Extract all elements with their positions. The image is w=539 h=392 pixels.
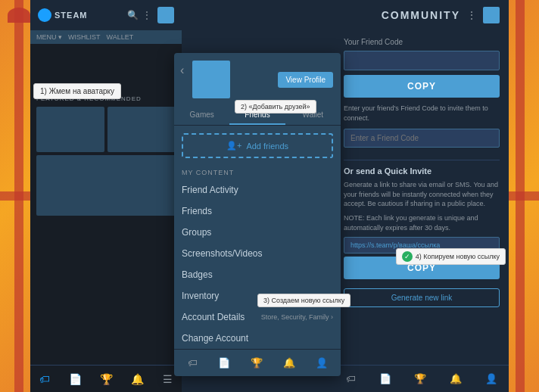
bottom-nav-tag-icon[interactable]: 🏷 (39, 373, 50, 385)
quick-invite-description: Generate a link to share via email or SM… (344, 180, 500, 209)
note-text: NOTE: Each link you generate is unique a… (344, 213, 500, 232)
steam-logo-text: STEAM (55, 11, 88, 20)
steam-menu-bar: MENU ▾ WISHLIST WALLET (30, 30, 182, 44)
enter-friend-code-input[interactable] (344, 129, 500, 148)
invite-description: Enter your friend's Friend Code to invit… (344, 104, 500, 123)
comm-nav-bell[interactable]: 🔔 (450, 373, 462, 384)
community-options-icon[interactable]: ⋮ (466, 9, 477, 21)
community-body: Your Friend Code COPY Enter your friend'… (335, 30, 509, 365)
view-profile-button[interactable]: View Profile (278, 72, 333, 88)
steam-header: STEAM 🔍 ⋮ (30, 0, 182, 30)
add-friends-icon: 👤+ (226, 141, 241, 151)
featured-thumb-2 (107, 107, 176, 152)
annotation-1: 1) Жмем на аватарку (33, 83, 121, 99)
menu-groups[interactable]: Groups (174, 222, 341, 243)
comm-nav-trophy[interactable]: 🏆 (414, 373, 426, 384)
back-button[interactable]: ‹ (180, 64, 184, 77)
popup-nav-doc[interactable]: 📄 (218, 357, 230, 369)
bottom-nav-doc-icon[interactable]: 📄 (69, 373, 82, 385)
featured-thumb-1 (36, 107, 104, 152)
popup-nav-bell[interactable]: 🔔 (283, 357, 295, 369)
menu-item-menu[interactable]: MENU ▾ (36, 33, 62, 41)
menu-item-wishlist[interactable]: WISHLIST (68, 33, 101, 41)
menu-friends[interactable]: Friends (174, 201, 341, 222)
add-friends-label: Add friends (246, 142, 288, 151)
menu-change-account[interactable]: Change Account (174, 328, 341, 349)
popup-nav-user[interactable]: 👤 (316, 357, 328, 369)
community-bottom-nav: 🏷 📄 🏆 🔔 👤 (335, 365, 509, 392)
menu-item-wallet[interactable]: WALLET (107, 33, 134, 41)
friend-code-label: Your Friend Code (344, 38, 500, 46)
user-avatar[interactable] (157, 7, 174, 23)
steam-panel: STEAM 🔍 ⋮ MENU ▾ WISHLIST WALLET FEATURE… (30, 0, 182, 392)
popup-tab-games[interactable]: Games (174, 106, 229, 125)
search-icon[interactable]: 🔍 (127, 10, 138, 20)
add-friends-button[interactable]: 👤+ Add friends (182, 133, 333, 158)
popup-nav-trophy[interactable]: 🏆 (251, 357, 263, 369)
popup-menu-list: Friend Activity Friends Groups Screensho… (174, 179, 341, 349)
generate-link-button[interactable]: Generate new link (344, 288, 500, 307)
gift-bow (8, 8, 30, 23)
more-icon[interactable]: ⋮ (142, 10, 153, 20)
featured-thumb-3 (36, 155, 176, 216)
popup-avatar (192, 61, 230, 98)
comm-nav-user[interactable]: 👤 (485, 373, 497, 384)
my-content-label: MY CONTENT (174, 166, 341, 179)
quick-invite-title: Or send a Quick Invite (344, 166, 500, 176)
community-header: COMMUNITY ⋮ (335, 0, 509, 30)
annotation-3: 3) Создаем новую ссылку (257, 294, 351, 307)
community-avatar[interactable] (483, 7, 500, 23)
popup-bottom-nav: 🏷 📄 🏆 🔔 👤 (174, 349, 341, 376)
comm-nav-doc[interactable]: 📄 (379, 373, 391, 384)
menu-badges[interactable]: Badges (174, 264, 341, 285)
friend-code-input[interactable] (344, 51, 500, 70)
menu-friend-activity[interactable]: Friend Activity (174, 179, 341, 201)
community-title: COMMUNITY (344, 9, 460, 21)
annotation-4: ✓ 4) Копируем новую ссылку (396, 248, 506, 265)
bottom-nav-bell-icon[interactable]: 🔔 (131, 373, 144, 385)
featured-grid (36, 107, 176, 216)
check-icon: ✓ (402, 251, 413, 262)
annotation-2: 2) «Добавить друзей» (235, 100, 316, 114)
steam-bottom-nav: 🏷 📄 🏆 🔔 ☰ (30, 365, 182, 392)
popup-nav-tag[interactable]: 🏷 (188, 357, 198, 369)
bottom-nav-trophy-icon[interactable]: 🏆 (100, 373, 113, 385)
bottom-nav-menu-icon[interactable]: ☰ (163, 373, 173, 385)
popup-header: View Profile (174, 53, 341, 106)
featured-section: FEATURED & RECOMMENDED (30, 89, 182, 222)
community-panel: COMMUNITY ⋮ Your Friend Code COPY Enter … (335, 0, 509, 392)
annotation-4-text: 4) Копируем новую ссылку (416, 253, 500, 260)
copy-friend-code-button[interactable]: COPY (344, 75, 500, 98)
menu-screenshots-videos[interactable]: Screenshots/Videos (174, 243, 341, 264)
steam-nav-icons: 🔍 ⋮ (127, 7, 174, 23)
menu-account-details[interactable]: Account Details Store, Security, Family … (174, 306, 341, 328)
steam-icon (38, 8, 51, 22)
comm-nav-tag[interactable]: 🏷 (346, 373, 356, 384)
steam-logo: STEAM (38, 8, 88, 22)
divider (344, 160, 500, 160)
